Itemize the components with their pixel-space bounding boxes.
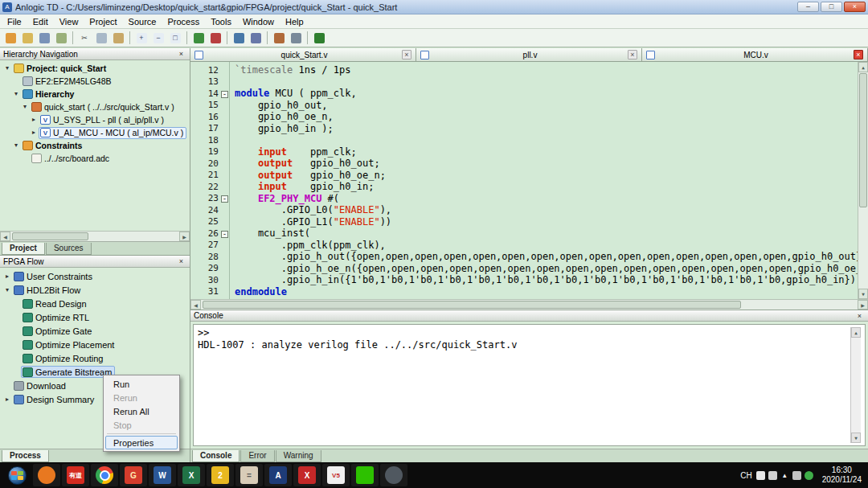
expander-icon[interactable]: ▸ bbox=[2, 396, 12, 403]
tree-item[interactable]: ▸U_AL_MCU - MCU ( al_ip/MCU.v ) bbox=[0, 126, 190, 139]
scroll-down-icon[interactable]: ▼ bbox=[851, 433, 861, 443]
editor-vscrollbar[interactable]: ▲ ▼ bbox=[858, 62, 868, 299]
fold-marker-icon[interactable]: - bbox=[220, 88, 229, 100]
save-icon[interactable] bbox=[36, 31, 52, 46]
expander-icon[interactable]: ▾ bbox=[2, 287, 12, 293]
fold-minus-icon[interactable]: - bbox=[221, 195, 228, 203]
console-body[interactable]: >>HDL-1007 : analyze verilog file ../../… bbox=[193, 324, 866, 446]
tree-item[interactable]: ▾Project: quick_Start bbox=[0, 62, 190, 75]
open-file-icon[interactable] bbox=[19, 31, 35, 46]
security-status-icon[interactable] bbox=[805, 471, 813, 480]
fold-minus-icon[interactable]: - bbox=[221, 91, 228, 98]
tree-item[interactable]: ▸User Constraints bbox=[0, 269, 190, 283]
tree-item[interactable]: Optimize Routing bbox=[0, 351, 190, 365]
zoom-in-icon[interactable]: + bbox=[133, 31, 149, 46]
start-button[interactable] bbox=[2, 463, 32, 487]
fold-marker-icon[interactable]: - bbox=[220, 193, 229, 205]
spreadsheet-icon[interactable]: X bbox=[178, 464, 205, 486]
zoom-fit-icon[interactable]: □ bbox=[167, 31, 183, 46]
close-tab-icon[interactable]: × bbox=[402, 50, 411, 59]
tree-item[interactable]: ▾Hierarchy bbox=[0, 88, 190, 100]
v5-tool-icon[interactable]: V5 bbox=[322, 464, 350, 486]
save-all-icon[interactable] bbox=[53, 31, 69, 46]
close-tab-icon[interactable]: × bbox=[628, 50, 637, 59]
close-tab-icon[interactable]: × bbox=[854, 50, 863, 59]
ime-icon[interactable] bbox=[756, 471, 765, 480]
report-icon[interactable] bbox=[248, 31, 264, 46]
editor-tab-pll.v[interactable]: pll.v× bbox=[416, 48, 642, 61]
scroll-right-icon[interactable]: ▶ bbox=[858, 300, 868, 310]
hierarchy-tab-sources[interactable]: Sources bbox=[46, 243, 92, 255]
editor-tab-mcu.v[interactable]: MCU.v× bbox=[642, 48, 868, 61]
expander-icon[interactable]: ▸ bbox=[2, 273, 12, 280]
fpga-flow-panel-close-icon[interactable]: × bbox=[176, 256, 186, 266]
editor-code[interactable]: `timescale 1ns / 1psmodule MCU ( ppm_clk… bbox=[229, 62, 858, 299]
minimize-button[interactable]: – bbox=[797, 2, 819, 12]
context-menu-item-properties[interactable]: Properties bbox=[105, 436, 178, 449]
scroll-up-icon[interactable]: ▲ bbox=[858, 62, 868, 72]
vscroll-thumb[interactable] bbox=[859, 73, 867, 207]
vscroll-track[interactable] bbox=[858, 72, 868, 289]
wechat-icon[interactable] bbox=[351, 464, 379, 486]
screenshot-tool-icon[interactable] bbox=[380, 464, 407, 486]
tree-item[interactable]: Optimize RTL bbox=[0, 310, 190, 324]
fold-minus-icon[interactable]: - bbox=[221, 231, 228, 238]
new-file-icon[interactable] bbox=[2, 31, 18, 46]
chart-icon[interactable] bbox=[231, 31, 247, 46]
expander-icon[interactable]: ▸ bbox=[29, 117, 39, 123]
expander-icon[interactable]: ▾ bbox=[20, 104, 30, 110]
copy-icon[interactable] bbox=[93, 31, 109, 46]
code-editor[interactable]: 121314-151617181920212223-242526-2728293… bbox=[190, 62, 868, 299]
scroll-up-icon[interactable]: ▲ bbox=[851, 327, 861, 338]
input-language-indicator[interactable]: CH bbox=[740, 471, 751, 480]
flow-tab-process[interactable]: Process bbox=[2, 450, 49, 462]
menu-item-edit[interactable]: Edit bbox=[27, 16, 54, 27]
paste-icon[interactable] bbox=[110, 31, 126, 46]
expander-icon[interactable]: ▾ bbox=[2, 65, 12, 72]
volume-icon[interactable] bbox=[768, 471, 777, 480]
editor-hscroll-track[interactable] bbox=[201, 300, 858, 310]
hscroll-track[interactable] bbox=[10, 232, 179, 241]
expander-icon[interactable]: ▾ bbox=[11, 91, 21, 97]
expander-icon[interactable]: ▾ bbox=[11, 142, 21, 149]
menu-item-file[interactable]: File bbox=[2, 16, 27, 27]
zoom-out-icon[interactable]: − bbox=[150, 31, 166, 46]
expander-icon[interactable]: ▸ bbox=[29, 129, 39, 136]
menu-item-source[interactable]: Source bbox=[123, 16, 162, 27]
scroll-down-icon[interactable]: ▼ bbox=[858, 289, 868, 299]
hierarchy-hscrollbar[interactable]: ◀ ▶ bbox=[0, 231, 190, 241]
hierarchy-tab-project[interactable]: Project bbox=[2, 243, 45, 255]
title-bar[interactable]: A Anlogic TD - C:/Users/liminzeng/Deskto… bbox=[0, 0, 868, 14]
youdao-dict-icon[interactable]: 有道 bbox=[62, 464, 89, 486]
tree-item[interactable]: ../../src/board.adc bbox=[0, 152, 190, 165]
editor-tab-quick_start.v[interactable]: quick_Start.v× bbox=[190, 48, 416, 61]
hierarchy-panel-close-icon[interactable]: × bbox=[176, 49, 186, 59]
console-tab-warning[interactable]: Warning bbox=[276, 450, 321, 462]
cut-icon[interactable]: ✂ bbox=[76, 31, 92, 46]
tree-item[interactable]: EF2:EF2M45LG48B bbox=[0, 75, 190, 88]
fold-marker-icon[interactable]: - bbox=[220, 228, 229, 240]
menu-item-view[interactable]: View bbox=[54, 16, 84, 27]
console-vscrollbar[interactable]: ▲ ▼ bbox=[850, 327, 861, 443]
menu-item-project[interactable]: Project bbox=[84, 16, 122, 27]
console-tab-console[interactable]: Console bbox=[192, 450, 240, 462]
tree-item[interactable]: ▾HDL2Bit Flow bbox=[0, 283, 190, 297]
scroll-right-icon[interactable]: ▶ bbox=[179, 232, 190, 241]
context-menu-item-run[interactable]: Run bbox=[105, 377, 178, 391]
presentation-icon[interactable]: 2 bbox=[207, 464, 234, 486]
tree-item[interactable]: ▾quick_start ( ../../src/quick_Start.v ) bbox=[0, 100, 190, 113]
media-tool-icon[interactable]: X bbox=[293, 464, 321, 486]
console-vscroll-track[interactable] bbox=[851, 338, 861, 433]
grid-icon[interactable] bbox=[288, 31, 304, 46]
maximize-button[interactable]: □ bbox=[821, 2, 842, 12]
program-device-icon[interactable] bbox=[311, 31, 327, 46]
browser-icon[interactable] bbox=[33, 464, 60, 486]
calculator-icon[interactable]: = bbox=[235, 464, 263, 486]
menu-item-process[interactable]: Process bbox=[162, 16, 205, 27]
taskbar-clock[interactable]: 16:30 2020/11/24 bbox=[817, 465, 862, 485]
word-icon[interactable]: W bbox=[149, 464, 176, 486]
tree-item[interactable]: ▾Constraints bbox=[0, 139, 190, 152]
tree-item[interactable]: Read Design bbox=[0, 297, 190, 310]
hscroll-thumb[interactable] bbox=[12, 232, 88, 240]
menu-item-tools[interactable]: Tools bbox=[205, 16, 237, 27]
